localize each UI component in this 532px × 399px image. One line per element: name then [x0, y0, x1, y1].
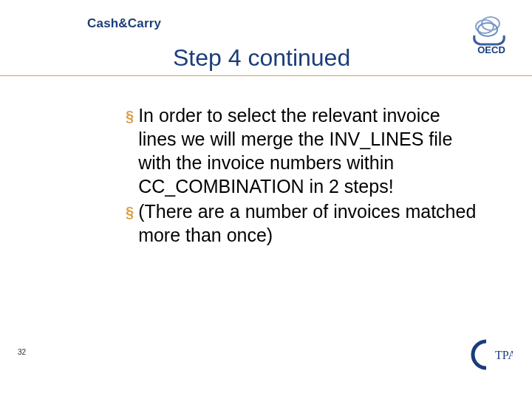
ctpa-logo: TPA	[466, 337, 513, 372]
bullet-text: (There are a number of invoices matched …	[138, 200, 480, 247]
page-title: Step 4 continued	[173, 44, 350, 72]
content-block: § In order to select the relevant invoic…	[126, 103, 480, 248]
slide: Cash&Carry Step 4 continued OECD § In or…	[0, 0, 532, 399]
svg-text:TPA: TPA	[495, 349, 513, 361]
slide-brand: Cash&Carry	[87, 16, 161, 31]
list-item: § In order to select the relevant invoic…	[126, 103, 480, 198]
page-number: 32	[18, 348, 26, 356]
oecd-logo-icon: OECD	[464, 10, 519, 55]
divider-line	[0, 75, 532, 76]
list-item: § (There are a number of invoices matche…	[126, 200, 480, 247]
svg-text:OECD: OECD	[477, 44, 505, 55]
ctpa-logo-icon: TPA	[466, 337, 513, 372]
bullet-icon: §	[126, 201, 134, 223]
bullet-text: In order to select the relevant invoice …	[138, 103, 480, 198]
bullet-icon: §	[126, 105, 134, 127]
oecd-logo: OECD	[464, 10, 519, 55]
